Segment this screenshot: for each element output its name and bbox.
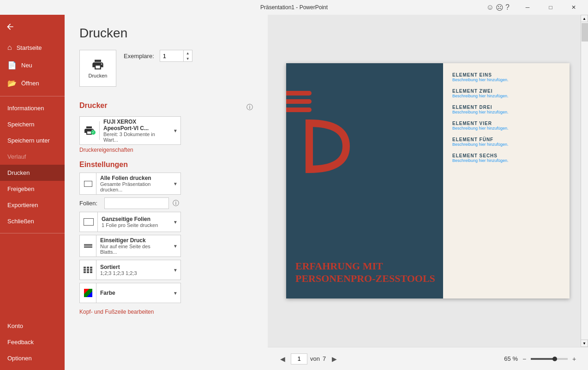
- color-icon: [84, 289, 92, 297]
- sidebar-item-konto[interactable]: Konto: [0, 318, 65, 334]
- element-5-desc: Beschreibung hier hinzufügen.: [452, 142, 560, 147]
- full-page-main: Ganzseitige Folien: [102, 216, 167, 222]
- sidebar-item-startseite[interactable]: Startseite: [0, 39, 65, 56]
- preview-nav: ◀ von 7 ▶ 65 % − +: [268, 347, 588, 370]
- element-3-desc: Beschreibung hier hinzufügen.: [452, 110, 560, 114]
- full-page-icon-wrap: [80, 212, 98, 232]
- sidebar-item-feedback[interactable]: Feedback: [0, 334, 65, 350]
- copies-increment-button[interactable]: ▲: [184, 50, 192, 56]
- copies-input-wrap: ▲ ▼: [160, 50, 192, 62]
- optionen-label: Optionen: [7, 355, 32, 362]
- drucker-header: Drucker: [79, 101, 107, 110]
- sidebar-bottom: Konto Feedback Optionen: [0, 318, 65, 370]
- main-content: Drucken Drucken Exemplare:: [65, 15, 588, 370]
- emoji-sad-icon[interactable]: ☹: [496, 3, 504, 12]
- element-2-desc: Beschreibung hier hinzufügen.: [452, 94, 560, 98]
- color-dropdown[interactable]: Farbe ▼: [79, 283, 181, 303]
- back-button[interactable]: [0, 15, 65, 39]
- print-btn-label: Drucken: [89, 73, 108, 78]
- printer-header-row: Drucker ⓘ: [79, 101, 253, 113]
- slide-inner: ERFAHRUNG MIT PERSONENPRO-ZESSTOOLS ELEM…: [286, 63, 570, 298]
- exportieren-label: Exportieren: [7, 202, 38, 209]
- printer-status: Bereit: 3 Dokumente in Wart...: [103, 131, 167, 143]
- slide-left-panel: ERFAHRUNG MIT PERSONENPRO-ZESSTOOLS: [286, 63, 443, 298]
- all-slides-dropdown[interactable]: Alle Folien drucken Gesamte Präsentation…: [79, 173, 181, 195]
- zoom-out-button[interactable]: −: [520, 354, 529, 364]
- folien-info-icon[interactable]: ⓘ: [173, 199, 179, 208]
- color-dropdown-arrow: ▼: [170, 291, 180, 296]
- home-icon: [7, 43, 12, 52]
- slide-main-text: ERFAHRUNG MIT PERSONENPRO-ZESSTOOLS: [295, 260, 438, 285]
- printer-dropdown-arrow: ▼: [170, 128, 180, 133]
- print-button[interactable]: Drucken: [79, 50, 116, 87]
- help-icon[interactable]: ?: [505, 3, 510, 12]
- copies-input[interactable]: [160, 51, 183, 61]
- scroll-down-button[interactable]: ▼: [581, 340, 588, 347]
- close-button[interactable]: ✕: [563, 0, 584, 15]
- scrollbar-thumb[interactable]: [582, 23, 588, 42]
- minimize-button[interactable]: ─: [517, 0, 538, 15]
- sidebar: Startseite 📄 Neu 📂 Öffnen Informationen …: [0, 15, 65, 370]
- sidebar-item-freigeben[interactable]: Freigeben: [0, 181, 65, 197]
- sidebar-item-schliessen[interactable]: Schließen: [0, 213, 65, 229]
- verlauf-label: Verlauf: [7, 153, 26, 160]
- sidebar-item-informationen[interactable]: Informationen: [0, 100, 65, 116]
- footer-link[interactable]: Kopf- und Fußzeile bearbeiten: [79, 309, 154, 315]
- one-side-dropdown[interactable]: Einseitiger Druck Nur auf eine Seite des…: [79, 235, 181, 257]
- sidebar-item-neu[interactable]: 📄 Neu: [0, 56, 65, 74]
- emoji-happy-icon[interactable]: ☺: [486, 3, 494, 12]
- sidebar-item-speichern[interactable]: Speichern: [0, 116, 65, 132]
- sidebar-item-drucken[interactable]: Drucken: [0, 165, 65, 181]
- printer-dropdown[interactable]: ✓ FUJI XEROX ApeosPort-VI C... Bereit: 3…: [79, 116, 181, 145]
- speichern-label: Speichern: [7, 121, 35, 128]
- sidebar-label-neu: Neu: [21, 62, 32, 69]
- element-2-title: ELEMENT ZWEI: [452, 89, 560, 94]
- one-side-main: Einseitiger Druck: [100, 237, 167, 244]
- sorted-dropdown[interactable]: Sortiert 1;2;3 1;2;3 1;2;3 ▼: [79, 260, 181, 280]
- zoom-in-button[interactable]: +: [570, 354, 579, 364]
- sorted-text: Sortiert 1;2;3 1;2;3 1;2;3: [96, 262, 170, 278]
- one-side-text: Einseitiger Druck Nur auf eine Seite des…: [96, 235, 170, 257]
- zoom-slider[interactable]: [531, 358, 568, 360]
- full-page-sub: 1 Folie pro Seite drucken: [102, 222, 167, 228]
- scroll-up-button[interactable]: ▲: [581, 15, 588, 22]
- schliessen-label: Schließen: [7, 218, 34, 225]
- slide-element-6: ELEMENT SECHS Beschreibung hier hinzufüg…: [452, 153, 560, 163]
- sorted-main: Sortiert: [100, 264, 167, 270]
- next-page-button[interactable]: ▶: [329, 353, 340, 364]
- sorted-icon: [84, 267, 92, 273]
- full-page-icon: [84, 218, 94, 226]
- titlebar-controls: ☺ ☹ ? ─ □ ✕: [486, 0, 584, 15]
- printer-properties-link[interactable]: Druckereigenschaften: [79, 147, 133, 153]
- page-input[interactable]: [291, 353, 307, 364]
- sidebar-item-verlauf[interactable]: Verlauf: [0, 149, 65, 165]
- sidebar-divider-2: [0, 233, 65, 233]
- open-icon: 📂: [7, 79, 17, 88]
- sidebar-item-speichern-unter[interactable]: Speichern unter: [0, 132, 65, 149]
- scrollbar[interactable]: [581, 22, 588, 340]
- slide-element-4: ELEMENT VIER Beschreibung hier hinzufüge…: [452, 121, 560, 131]
- page-of-label: von: [310, 355, 320, 362]
- folien-row: Folien: ⓘ: [79, 197, 253, 209]
- prev-page-button[interactable]: ◀: [277, 353, 288, 364]
- copies-decrement-button[interactable]: ▼: [184, 56, 192, 61]
- full-page-dropdown[interactable]: Ganzseitige Folien 1 Folie pro Seite dru…: [79, 212, 181, 232]
- back-icon: [6, 22, 15, 31]
- print-title: Drucken: [79, 26, 253, 41]
- sidebar-item-exportieren[interactable]: Exportieren: [0, 197, 65, 213]
- sidebar-item-oeffnen[interactable]: 📂 Öffnen: [0, 74, 65, 92]
- all-slides-icon: [84, 181, 92, 187]
- printer-section: Drucker ⓘ ✓: [79, 101, 253, 153]
- printer-info-icon[interactable]: ⓘ: [246, 103, 253, 112]
- sidebar-nav: Startseite 📄 Neu 📂 Öffnen Informationen …: [0, 39, 65, 318]
- maximize-button[interactable]: □: [540, 0, 561, 15]
- printer-icon-wrap: ✓: [80, 121, 100, 140]
- drucken-label: Drucken: [7, 169, 30, 176]
- sidebar-item-optionen[interactable]: Optionen: [0, 350, 65, 366]
- element-6-desc: Beschreibung hier hinzufügen.: [452, 158, 560, 163]
- zoom-slider-thumb[interactable]: [552, 357, 557, 361]
- folien-input[interactable]: [104, 197, 169, 209]
- speichern-unter-label: Speichern unter: [7, 137, 50, 144]
- color-text: Farbe: [96, 288, 170, 298]
- copies-spinner: ▲ ▼: [183, 50, 192, 61]
